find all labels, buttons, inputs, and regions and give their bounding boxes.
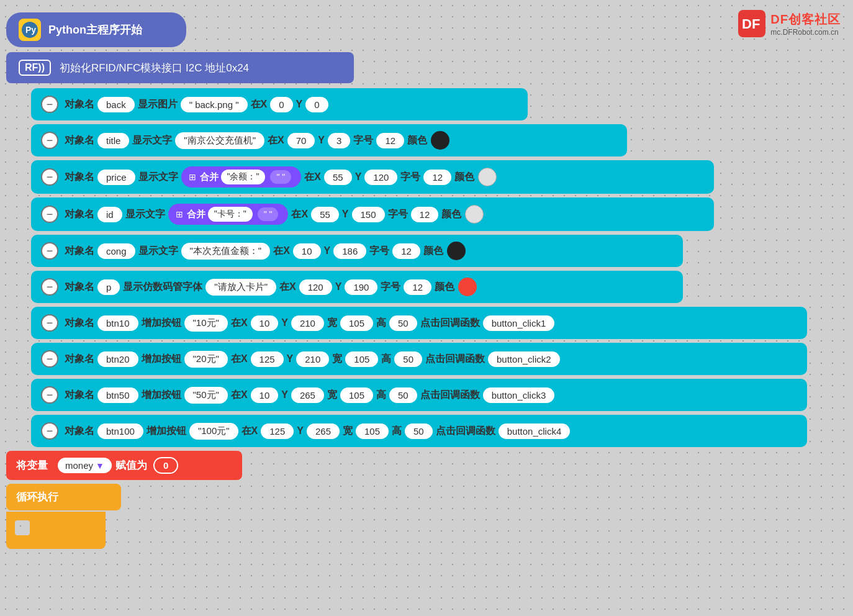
- quoted-btn100: "100元": [189, 423, 238, 440]
- label-w-btn100: 宽: [343, 425, 353, 438]
- label-duixiang-id: 对象名: [65, 208, 94, 221]
- label-inx-btn20: 在X: [231, 353, 248, 366]
- block-back: − 对象名 back 显示图片 " back.png " 在X 0 Y 0: [31, 88, 528, 120]
- label-show-text-p: 显示仿数码管字体: [123, 281, 202, 294]
- val-w-btn100: 105: [356, 424, 389, 439]
- merge-pill-id: ⊞ 合并 "卡号：" " ": [168, 204, 289, 225]
- collapse-btn-id[interactable]: −: [41, 206, 58, 223]
- money-variable-pill[interactable]: money ▼: [58, 458, 112, 473]
- label-callback-btn10: 点击回调函数: [420, 317, 480, 330]
- merge-label-id: 合并: [187, 209, 205, 220]
- val-y-back: 0: [305, 97, 328, 112]
- quoted-cong: "本次充值金额：": [181, 243, 271, 260]
- label-inx-p: 在X: [279, 281, 296, 294]
- label-duixiang-btn100: 对象名: [65, 425, 94, 438]
- label-color-price: 颜色: [454, 171, 474, 184]
- merge-icon-price: ⊞: [189, 172, 196, 182]
- label-y-cong: Y: [324, 245, 331, 256]
- label-action-btn20: 增加按钮: [142, 353, 181, 366]
- val-callback-btn50: button_click3: [483, 387, 555, 403]
- rfid-badge: RF)): [19, 60, 51, 76]
- label-duixiang-btn20: 对象名: [65, 353, 94, 366]
- collapse-btn-p[interactable]: −: [41, 278, 58, 296]
- collapse-btn-btn20[interactable]: −: [41, 350, 58, 368]
- label-color-title: 颜色: [407, 134, 427, 147]
- money-dropdown-icon[interactable]: ▼: [96, 461, 104, 471]
- label-fontsize-p: 字号: [381, 281, 400, 294]
- label-inx-title: 在X: [268, 134, 284, 147]
- label-action-btn10: 增加按钮: [142, 317, 181, 330]
- label-inx-id: 在X: [291, 208, 308, 221]
- label-fontsize-price: 字号: [400, 171, 420, 184]
- label-w-btn20: 宽: [332, 353, 342, 366]
- val-y-title: 3: [328, 133, 350, 148]
- collapse-btn-back[interactable]: −: [41, 96, 58, 113]
- label-w-btn10: 宽: [327, 317, 337, 330]
- python-start-block: Py Python主程序开始: [6, 12, 186, 47]
- quoted-title: "南京公交充值机": [175, 132, 264, 149]
- main-container: Py Python主程序开始 RF)) 初始化RFID/NFC模块接口 I2C …: [6, 12, 807, 549]
- label-show-text-price: 显示文字: [138, 171, 178, 184]
- label-action-btn100: 增加按钮: [147, 425, 186, 438]
- assign-value: 0: [153, 457, 178, 474]
- name-id: id: [97, 207, 122, 222]
- label-y-btn20: Y: [287, 353, 294, 365]
- name-back: back: [97, 97, 135, 112]
- val-x-back: 0: [270, 97, 292, 112]
- label-inx-price: 在X: [304, 171, 321, 184]
- quoted-btn10: "10元": [184, 315, 228, 332]
- merge-item1-id: "卡号：": [208, 207, 253, 222]
- val-y-p: 190: [345, 279, 377, 295]
- collapse-btn-price[interactable]: −: [41, 168, 58, 186]
- label-inx-btn100: 在X: [241, 425, 258, 438]
- name-btn20: btn20: [97, 351, 138, 367]
- name-btn50: btn50: [97, 387, 138, 403]
- val-x-id: 55: [311, 207, 339, 222]
- label-color-p: 颜色: [435, 281, 454, 294]
- name-price: price: [97, 170, 135, 185]
- collapse-btn-cong[interactable]: −: [41, 242, 58, 260]
- val-h-btn100: 50: [405, 424, 433, 439]
- assign-block: 将变量 money ▼ 赋值为 0: [6, 451, 242, 480]
- collapse-btn-btn10[interactable]: −: [41, 314, 58, 332]
- label-y-title: Y: [318, 135, 325, 146]
- color-dot-p[interactable]: [458, 278, 477, 296]
- label-y-btn50: Y: [281, 389, 288, 401]
- color-dot-cong[interactable]: [447, 242, 466, 260]
- color-dot-price[interactable]: [478, 168, 497, 186]
- val-fontsize-id: 12: [411, 207, 439, 222]
- color-dot-title[interactable]: [431, 131, 449, 150]
- label-h-btn20: 高: [381, 353, 391, 366]
- label-fontsize-id: 字号: [388, 208, 408, 221]
- collapse-btn-btn50[interactable]: −: [41, 386, 58, 404]
- val-fontsize-title: 12: [376, 133, 404, 148]
- label-y-p: Y: [335, 281, 342, 292]
- label-show-text-cong: 显示文字: [138, 245, 178, 258]
- block-price: − 对象名 price 显示文字 ⊞ 合并 "余额：" " " 在X 55 Y …: [31, 160, 714, 194]
- assign-action: 赋值为: [115, 458, 147, 473]
- color-dot-id[interactable]: [465, 205, 484, 224]
- val-callback-btn10: button_click1: [483, 315, 555, 331]
- val-h-btn10: 50: [389, 315, 417, 331]
- val-y-cong: 186: [333, 243, 366, 259]
- val-x-price: 55: [324, 170, 352, 185]
- val-x-btn10: 10: [251, 315, 279, 331]
- rfid-text: 初始化RFID/NFC模块接口 I2C 地址0x24: [60, 61, 249, 75]
- val-h-btn50: 50: [389, 387, 417, 403]
- collapse-btn-btn100[interactable]: −: [41, 422, 58, 440]
- label-y-id: Y: [342, 209, 349, 220]
- block-btn10: − 对象名 btn10 增加按钮 "10元" 在X 10 Y 210 宽 105…: [31, 307, 807, 339]
- collapse-btn-title[interactable]: −: [41, 132, 58, 149]
- name-cong: cong: [97, 243, 135, 259]
- val-x-title: 70: [287, 133, 315, 148]
- val-y-btn10: 210: [291, 315, 324, 331]
- money-variable-label: money: [65, 460, 93, 471]
- label-duixiang-title: 对象名: [65, 134, 94, 147]
- val-x-btn100: 125: [261, 424, 294, 439]
- label-inx-btn10: 在X: [231, 317, 248, 330]
- label-show-text-title: 显示文字: [132, 134, 172, 147]
- label-h-btn100: 高: [392, 425, 402, 438]
- assign-prefix: 将变量: [16, 458, 48, 473]
- label-duixiang-cong: 对象名: [65, 245, 94, 258]
- merge-item2-id: " ": [258, 207, 279, 221]
